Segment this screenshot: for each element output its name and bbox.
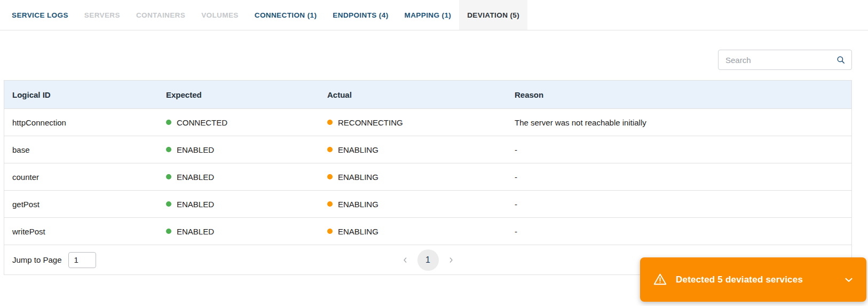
green-status-dot xyxy=(166,201,171,207)
actual-status-label: ENABLING xyxy=(338,200,378,209)
chevron-left-icon xyxy=(401,256,409,264)
jump-to-page-label: Jump to Page xyxy=(12,255,62,264)
actual-status-label: ENABLING xyxy=(338,227,378,236)
tab-containers[interactable]: CONTAINERS xyxy=(128,0,193,30)
header-actual: Actual xyxy=(327,90,515,99)
tab-service-logs[interactable]: SERVICE LOGS xyxy=(4,0,76,30)
table-header-row: Logical ID Expected Actual Reason xyxy=(4,81,851,108)
actual-status-cell: ENABLING xyxy=(327,227,515,236)
green-status-dot xyxy=(166,147,171,152)
next-page-button[interactable] xyxy=(446,255,456,265)
search-input[interactable] xyxy=(719,56,836,65)
tab-mapping[interactable]: MAPPING (1) xyxy=(397,0,460,30)
expected-status-cell: CONNECTED xyxy=(166,118,327,127)
search-box[interactable] xyxy=(718,50,852,70)
actual-status-label: ENABLING xyxy=(338,145,378,154)
jump-to-page-input[interactable] xyxy=(68,252,96,268)
table-row: httpConnection CONNECTED RECONNECTING Th… xyxy=(4,108,851,136)
header-logical-id: Logical ID xyxy=(4,90,166,99)
reason-cell: The server was not reachable initially xyxy=(515,118,851,127)
logical-id-cell: counter xyxy=(4,172,166,182)
expected-status-label: ENABLED xyxy=(177,172,214,182)
green-status-dot xyxy=(166,174,171,179)
previous-page-button[interactable] xyxy=(400,255,411,265)
tab-deviation[interactable]: DEVIATION (5) xyxy=(459,0,527,30)
tab-servers[interactable]: SERVERS xyxy=(76,0,128,30)
chevron-down-icon[interactable] xyxy=(843,274,855,286)
green-status-dot xyxy=(166,120,171,125)
reason-cell: - xyxy=(515,145,851,154)
expected-status-label: CONNECTED xyxy=(177,118,227,127)
logical-id-cell: writePost xyxy=(4,227,166,236)
header-expected: Expected xyxy=(166,90,327,99)
actual-status-label: ENABLING xyxy=(338,172,378,182)
green-status-dot xyxy=(166,229,171,234)
orange-status-dot xyxy=(327,120,333,125)
actual-status-cell: ENABLING xyxy=(327,200,515,209)
expected-status-cell: ENABLED xyxy=(166,145,327,154)
expected-status-label: ENABLED xyxy=(177,145,214,154)
actual-status-cell: ENABLING xyxy=(327,145,515,154)
actual-status-cell: ENABLING xyxy=(327,172,515,182)
expected-status-cell: ENABLED xyxy=(166,200,327,209)
expected-status-cell: ENABLED xyxy=(166,227,327,236)
reason-cell: - xyxy=(515,172,851,182)
toast-message: Detected 5 deviated services xyxy=(676,274,803,285)
table-row: getPost ENABLED ENABLING - xyxy=(4,190,851,217)
reason-cell: - xyxy=(515,200,851,209)
orange-status-dot xyxy=(327,147,333,152)
current-page-button[interactable]: 1 xyxy=(417,249,439,271)
tab-bar: SERVICE LOGS SERVERS CONTAINERS VOLUMES … xyxy=(0,0,868,30)
chevron-right-icon xyxy=(447,256,455,264)
orange-status-dot xyxy=(327,174,333,179)
deviation-table: Logical ID Expected Actual Reason httpCo… xyxy=(4,80,852,275)
deviation-toast[interactable]: Detected 5 deviated services xyxy=(640,257,866,302)
expected-status-label: ENABLED xyxy=(177,200,214,209)
table-row: base ENABLED ENABLING - xyxy=(4,136,851,163)
header-reason: Reason xyxy=(515,90,851,99)
tab-connection[interactable]: CONNECTION (1) xyxy=(247,0,325,30)
table-row: writePost ENABLED ENABLING - xyxy=(4,217,851,245)
actual-status-cell: RECONNECTING xyxy=(327,118,515,127)
tab-endpoints[interactable]: ENDPOINTS (4) xyxy=(325,0,396,30)
table-row: counter ENABLED ENABLING - xyxy=(4,163,851,190)
actual-status-label: RECONNECTING xyxy=(338,118,403,127)
expected-status-label: ENABLED xyxy=(177,227,214,236)
search-icon[interactable] xyxy=(836,55,846,65)
expected-status-cell: ENABLED xyxy=(166,172,327,182)
warning-icon xyxy=(653,272,667,287)
tab-volumes[interactable]: VOLUMES xyxy=(193,0,247,30)
orange-status-dot xyxy=(327,201,333,207)
logical-id-cell: base xyxy=(4,145,166,154)
reason-cell: - xyxy=(515,227,851,236)
orange-status-dot xyxy=(327,229,333,234)
pagination: 1 xyxy=(400,249,456,271)
logical-id-cell: getPost xyxy=(4,200,166,209)
logical-id-cell: httpConnection xyxy=(4,118,166,127)
